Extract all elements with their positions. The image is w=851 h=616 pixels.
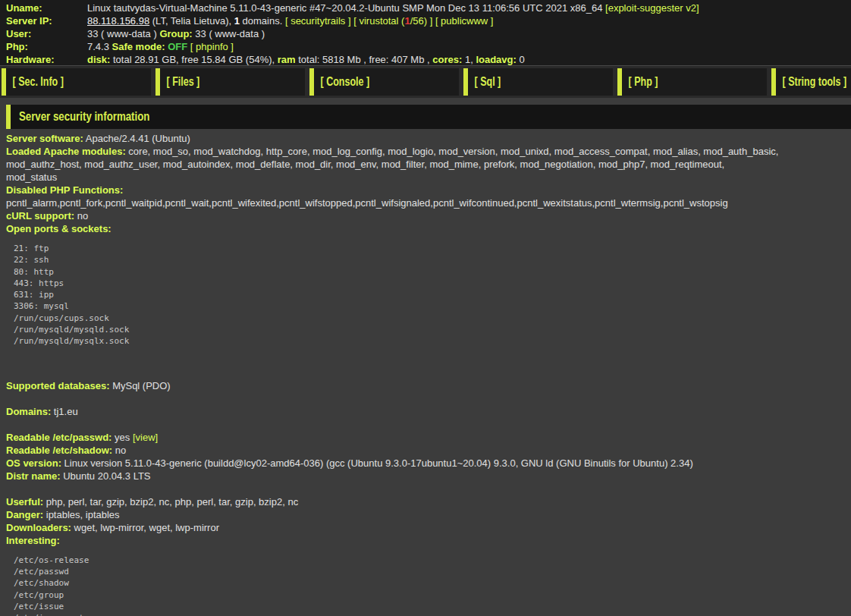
text-segment: total 28.91 GB, free 15.84 GB (54%), bbox=[110, 54, 277, 65]
tab-php[interactable]: [ Php ] bbox=[617, 68, 767, 96]
text-segment: Domains: bbox=[6, 406, 51, 417]
header-row-value: Linux tautvydas-Virtual-Machine 5.11.0-4… bbox=[87, 2, 699, 14]
pre-line: /etc/os-release bbox=[14, 555, 851, 566]
header-row-value: 88.118.156.98 (LT, Telia Lietuva), 1 dom… bbox=[87, 14, 493, 27]
tab-label: [ Files ] bbox=[160, 75, 199, 89]
open-ports-block: 21: ftp22: ssh80: http443: https631: ipp… bbox=[6, 243, 851, 347]
tab-sql[interactable]: [ Sql ] bbox=[463, 68, 613, 96]
text-segment: Linux version 5.11.0-43-generic (buildd@… bbox=[61, 457, 693, 469]
disabled-php-functions-list: pcntl_alarm,pcntl_fork,pcntl_waitpid,pcn… bbox=[6, 196, 851, 209]
text-segment: yes bbox=[111, 432, 132, 443]
text-segment: loadavg: bbox=[476, 54, 516, 65]
apache-modules-line-1: Loaded Apache modules: core, mod_so, mod… bbox=[6, 145, 851, 158]
text-segment: mod_status bbox=[6, 171, 57, 183]
pre-line: 3306: mysql bbox=[14, 300, 851, 312]
text-segment: 1, bbox=[462, 54, 476, 65]
text-segment: pcntl_alarm,pcntl_fork,pcntl_waitpid,pcn… bbox=[6, 197, 728, 209]
text-segment: Readable /etc/shadow: bbox=[6, 445, 112, 456]
text-segment: Ubuntu 20.04.3 LTS bbox=[61, 470, 151, 482]
tab-label: [ Php ] bbox=[622, 75, 658, 89]
pre-line: 80: http bbox=[14, 266, 851, 278]
downloaders-line: Downloaders: wget, lwp-mirror, wget, lwp… bbox=[6, 521, 851, 534]
text-segment: Supported databases: bbox=[6, 380, 110, 391]
text-segment: 1 bbox=[234, 15, 240, 27]
tab-label: [ Sql ] bbox=[468, 75, 501, 89]
header-row-label: Uname: bbox=[6, 2, 87, 14]
tab-console[interactable]: [ Console ] bbox=[309, 68, 459, 96]
header-row-label: Php: bbox=[6, 40, 87, 53]
phpinfo-link[interactable]: [ phpinfo ] bbox=[190, 41, 234, 52]
section-header: Server security information bbox=[6, 105, 851, 129]
exploit-suggester-link[interactable]: [exploit-suggester v2] bbox=[605, 2, 699, 14]
apache-modules-line-3: mod_status bbox=[6, 171, 851, 184]
pre-line: /run/cups/cups.sock bbox=[14, 313, 851, 324]
header-row-value: 7.4.3 Safe mode: OFF [ phpinfo ] bbox=[87, 40, 234, 53]
virustotal-link[interactable]: /56) ] bbox=[410, 15, 433, 27]
tab-files[interactable]: [ Files ] bbox=[155, 68, 305, 96]
text-segment: Loaded Apache modules: bbox=[6, 146, 126, 157]
spacer bbox=[6, 482, 851, 495]
domains-line: Domains: tj1.eu bbox=[6, 405, 851, 418]
header-row: Hardware:disk: total 28.91 GB, free 15.8… bbox=[6, 53, 851, 66]
text-segment: OS version: bbox=[6, 457, 61, 469]
tab-label: [ String tools ] bbox=[776, 75, 846, 89]
text-segment: Linux tautvydas-Virtual-Machine 5.11.0-4… bbox=[87, 2, 605, 14]
text-segment: Safe mode: bbox=[112, 41, 165, 52]
open-ports-label: Open ports & sockets: bbox=[6, 222, 851, 235]
text-segment: Apache/2.4.41 (Ubuntu) bbox=[83, 133, 190, 144]
text-segment: Readable /etc/passwd: bbox=[6, 432, 111, 443]
text-segment: 33 ( www-data ) bbox=[87, 28, 159, 39]
text-segment: 0 bbox=[517, 54, 525, 65]
server-ip-link[interactable]: 88.118.156.98 bbox=[87, 15, 149, 27]
publicwww-link[interactable]: [ publicwww ] bbox=[435, 15, 494, 27]
readable-passwd-line: Readable /etc/passwd: yes [view] bbox=[6, 431, 851, 444]
text-segment: total: 5818 Mb , free: 407 Mb , bbox=[296, 54, 433, 65]
pre-line: /run/mysqld/mysqld.sock bbox=[14, 324, 851, 335]
text-segment: php, perl, tar, gzip, bzip2, nc, php, pe… bbox=[43, 496, 298, 508]
pre-line: /etc/passwd bbox=[14, 566, 851, 577]
text-segment: OFF bbox=[165, 41, 188, 52]
server-info-header: Uname:Linux tautvydas-Virtual-Machine 5.… bbox=[0, 0, 851, 65]
security-info-content: Server software: Apache/2.4.41 (Ubuntu)L… bbox=[0, 129, 851, 616]
header-row: Server IP:88.118.156.98 (LT, Telia Lietu… bbox=[6, 14, 851, 27]
os-version-line: OS version: Linux version 5.11.0-43-gene… bbox=[6, 457, 851, 470]
pre-line: /etc/shadow bbox=[14, 577, 851, 589]
pre-line: 631: ipp bbox=[14, 289, 851, 300]
header-row-value: 33 ( www-data ) Group: 33 ( www-data ) bbox=[87, 27, 265, 40]
text-segment: Downloaders: bbox=[6, 522, 71, 533]
tab-string-tools[interactable]: [ String tools ] bbox=[771, 68, 851, 96]
header-row-label: User: bbox=[6, 27, 87, 40]
text-segment: mod_authz_host, mod_authz_user, mod_auto… bbox=[6, 159, 724, 170]
text-segment: Disabled PHP Functions: bbox=[6, 184, 123, 196]
spacer bbox=[6, 366, 851, 379]
text-segment: Server software: bbox=[6, 133, 83, 144]
text-segment: 33 ( www-data ) bbox=[193, 28, 265, 39]
pre-line: /etc/issue bbox=[14, 601, 851, 612]
danger-line: Danger: iptables, iptables bbox=[6, 508, 851, 521]
tab-bar: [ Sec. Info ][ Files ][ Console ][ Sql ]… bbox=[0, 65, 851, 98]
text-segment: tj1.eu bbox=[51, 406, 77, 417]
tab-sec-info[interactable]: [ Sec. Info ] bbox=[2, 68, 151, 96]
view-passwd-link[interactable]: [view] bbox=[133, 432, 158, 443]
header-row-label: Hardware: bbox=[6, 53, 87, 66]
text-segment: Group: bbox=[159, 28, 192, 39]
tab-label: [ Console ] bbox=[314, 75, 369, 89]
section-title: Server security information bbox=[11, 109, 149, 124]
interesting-files-block: /etc/os-release/etc/passwd/etc/shadow/et… bbox=[6, 555, 851, 616]
header-row-label: Server IP: bbox=[6, 14, 87, 27]
spacer bbox=[6, 418, 851, 431]
text-segment: 7.4.3 bbox=[87, 41, 112, 52]
pre-line: /etc/group bbox=[14, 589, 851, 601]
supported-databases-line: Supported databases: MySql (PDO) bbox=[6, 379, 851, 392]
header-row: User:33 ( www-data ) Group: 33 ( www-dat… bbox=[6, 27, 851, 40]
text-segment: no bbox=[112, 445, 126, 456]
text-segment: ram bbox=[278, 54, 296, 65]
header-row-value: disk: total 28.91 GB, free 15.84 GB (54%… bbox=[87, 53, 525, 66]
virustotal-link[interactable]: [ virustotal ( bbox=[353, 15, 404, 27]
text-segment: Userful: bbox=[6, 496, 43, 508]
server-software-line: Server software: Apache/2.4.41 (Ubuntu) bbox=[6, 132, 851, 145]
pre-line: /run/mysqld/mysqlx.sock bbox=[14, 335, 851, 347]
pre-line: 21: ftp bbox=[14, 243, 851, 254]
text-segment: core, mod_so, mod_watchdog, http_core, m… bbox=[126, 146, 779, 157]
securitytrails-link[interactable]: [ securitytrails ] bbox=[285, 15, 351, 27]
